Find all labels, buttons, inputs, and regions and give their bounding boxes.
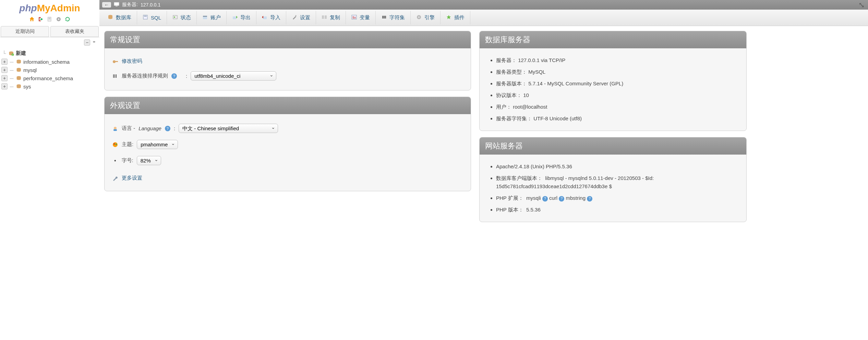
panel-title: 外观设置 (105, 97, 471, 114)
list-item: Apache/2.4.18 (Unix) PHP/5.5.36 (496, 161, 739, 172)
refresh-icon[interactable] (64, 16, 71, 23)
php-ext-item: curl (549, 195, 559, 201)
panel-general-settings: 常规设置 修改密码 服务器连接排序规则 ? : utf8mb4_unicode_… (104, 31, 471, 90)
help-icon[interactable]: ? (171, 73, 177, 79)
tab-recent[interactable]: 近期访问 (1, 26, 49, 37)
svg-point-18 (174, 16, 175, 18)
menu-charsets[interactable]: 字符集 (376, 11, 411, 24)
bullet-icon: • (112, 158, 118, 164)
more-settings-link[interactable]: 更多设置 (122, 175, 142, 181)
expand-icon[interactable]: + (1, 59, 8, 65)
phpmyadmin-logo[interactable]: phpMyAdmin (0, 0, 99, 14)
help-icon[interactable]: ? (559, 196, 564, 202)
collapse-all-icon[interactable]: − (84, 39, 90, 46)
link-icon[interactable]: ⚭ (92, 39, 96, 46)
collation-select[interactable]: utf8mb4_unicode_ci (191, 71, 276, 81)
logout-icon[interactable] (37, 16, 44, 23)
menubar: 数据库 SQL 状态 账户 导出 导入 设置 复制 $a变量 字符集 引擎 插件 (99, 10, 868, 26)
menu-export[interactable]: 导出 (227, 11, 256, 24)
svg-text:$a: $a (352, 16, 356, 19)
svg-rect-30 (384, 16, 385, 19)
svg-rect-25 (325, 15, 327, 19)
theme-select[interactable]: pmahomme (137, 140, 178, 149)
php-ext-item: mysqli (526, 195, 542, 201)
svg-rect-1 (49, 18, 50, 18)
wrench-icon (112, 175, 118, 181)
list-item: 用户： root@localhost (496, 101, 739, 113)
fontsize-label: 字号: (122, 157, 133, 164)
sql-icon (143, 14, 148, 21)
plugins-icon (446, 14, 451, 21)
theme-label: 主题: (122, 141, 133, 148)
database-icon (16, 76, 22, 81)
svg-point-41 (113, 142, 118, 147)
php-ext-item: mbstring (566, 195, 587, 201)
svg-point-4 (58, 19, 60, 20)
svg-rect-36 (113, 74, 114, 78)
expand-icon[interactable]: + (1, 75, 8, 81)
database-icon (16, 59, 22, 64)
export-icon (232, 14, 238, 21)
help-icon[interactable]: ? (165, 126, 170, 131)
menu-settings[interactable]: 设置 (286, 11, 316, 24)
menu-sql[interactable]: SQL (137, 11, 167, 24)
svg-rect-35 (115, 61, 118, 62)
tree-db-item[interactable]: +─information_schema (1, 58, 99, 66)
tab-favorites[interactable]: 表收藏夹 (50, 26, 99, 37)
back-button[interactable]: ← (102, 2, 111, 8)
menu-import[interactable]: 导入 (256, 11, 286, 24)
close-icon[interactable]: ⤡ (858, 1, 865, 10)
docs-icon[interactable] (46, 16, 53, 23)
home-icon[interactable] (28, 16, 35, 23)
accounts-icon (202, 14, 208, 21)
tree-db-item[interactable]: +─mysql (1, 66, 99, 74)
svg-point-34 (113, 60, 116, 63)
svg-text:+: + (12, 53, 13, 56)
list-item: 服务器： 127.0.0.1 via TCP/IP (496, 54, 739, 66)
theme-icon (112, 142, 118, 148)
help-icon[interactable]: ? (587, 196, 592, 202)
menu-status[interactable]: 状态 (167, 11, 197, 24)
collation-icon (112, 73, 118, 79)
menu-engines[interactable]: 引擎 (411, 11, 441, 24)
tree-new-db[interactable]: └ + 新建 (1, 49, 99, 58)
list-item: 数据库客户端版本： libmysql - mysqlnd 5.0.11-dev … (496, 172, 739, 192)
fontsize-select[interactable]: 82% (137, 156, 161, 165)
expand-icon[interactable]: + (1, 67, 8, 73)
panel-title: 常规设置 (105, 31, 471, 48)
gear-icon[interactable] (55, 16, 62, 23)
svg-rect-12 (114, 2, 119, 5)
import-icon (262, 14, 267, 21)
server-value: 127.0.0.1 (141, 2, 160, 8)
menu-variables[interactable]: $a变量 (346, 11, 376, 24)
language-select[interactable]: 中文 - Chinese simplified (179, 124, 278, 133)
database-tree: └ + 新建 +─information_schema+─mysql+─perf… (0, 48, 99, 90)
language-icon (112, 125, 118, 132)
svg-point-39 (114, 127, 117, 130)
list-item: PHP 版本： 5.5.36 (496, 204, 739, 216)
key-icon (112, 58, 118, 64)
menu-accounts[interactable]: 账户 (197, 11, 227, 24)
svg-rect-22 (263, 16, 267, 19)
svg-point-33 (418, 16, 420, 18)
expand-icon[interactable]: + (1, 83, 8, 89)
settings-icon (292, 14, 297, 21)
tree-db-item[interactable]: +─performance_schema (1, 74, 99, 82)
help-icon[interactable]: ? (542, 196, 548, 202)
replication-icon (322, 14, 327, 21)
menu-databases[interactable]: 数据库 (102, 11, 137, 24)
menu-plugins[interactable]: 插件 (441, 11, 470, 24)
svg-point-23 (295, 15, 297, 16)
menu-replication[interactable]: 复制 (316, 11, 346, 24)
svg-rect-24 (322, 15, 324, 19)
list-item: 服务器字符集： UTF-8 Unicode (utf8) (496, 113, 739, 124)
tree-db-item[interactable]: +─sys (1, 82, 99, 90)
change-password-link[interactable]: 修改密码 (122, 58, 142, 64)
svg-rect-21 (233, 16, 236, 19)
panel-database-server: 数据库服务器 服务器： 127.0.0.1 via TCP/IP服务器类型： M… (479, 31, 747, 131)
svg-rect-28 (382, 16, 383, 19)
collation-label: 服务器连接排序规则 (122, 73, 168, 79)
svg-rect-40 (113, 129, 117, 131)
dbserver-info-list: 服务器： 127.0.0.1 via TCP/IP服务器类型： MySQL服务器… (487, 54, 739, 124)
panel-appearance-settings: 外观设置 语言 - Language ? : 中文 - Chinese simp… (104, 97, 471, 191)
